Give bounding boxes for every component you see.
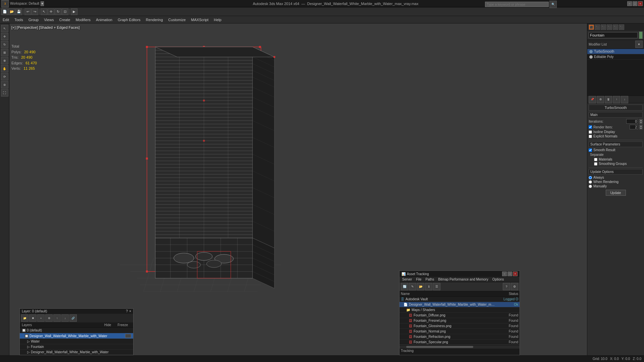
asset-item[interactable]: 🗄 Autodesk Vault Logged O [399, 297, 520, 302]
rotate-tool[interactable]: ↻ [1, 41, 8, 48]
iterations-up-btn[interactable]: ▲ [639, 119, 643, 121]
smooth-result-check[interactable] [589, 148, 592, 152]
viewport[interactable]: [+] [Perspective] [Shaded + Edged Faces]… [9, 23, 587, 362]
asset-menu-server[interactable]: Server [400, 277, 414, 282]
move-button[interactable]: ✛ [48, 8, 54, 15]
asset-item[interactable]: 📁 Maps / Shaders [399, 307, 520, 313]
layer-item[interactable]: 🔲 0 (default) [20, 328, 133, 333]
render-iters-input[interactable] [630, 125, 638, 129]
asset-item[interactable]: 🖼 Fountain_Normal.png Found [399, 329, 520, 334]
when-rendering-radio[interactable] [589, 180, 592, 184]
layer-item[interactable]: ▷ Designer_Wall_Waterfall_White_Marble_w… [20, 350, 133, 355]
asset-help-btn[interactable]: ? [503, 283, 510, 290]
asset-edit-btn[interactable]: ✎ [409, 283, 416, 290]
orbit-tool[interactable]: ⟳ [1, 73, 8, 80]
asset-refresh-btn[interactable]: 🔄 [401, 283, 408, 290]
layer-up-btn[interactable]: ↑ [53, 314, 61, 322]
search-icon[interactable]: 🔍 [549, 1, 557, 8]
new-button[interactable]: 📄 [1, 8, 8, 15]
asset-item[interactable]: 🖼 Fountain_Fresnel.png Found [399, 318, 520, 323]
update-button[interactable]: Update [606, 190, 626, 196]
zoom-tool[interactable]: ⊕ [1, 57, 8, 64]
layer-link-btn[interactable]: 🔗 [69, 314, 77, 322]
layer-close-btn[interactable]: × [129, 309, 131, 313]
asset-menu-file[interactable]: File [414, 277, 423, 282]
mod-down-btn[interactable]: ↓ [621, 96, 628, 103]
layer-item[interactable]: ▷ Fountain [20, 344, 133, 350]
render-iters-up-btn[interactable]: ▲ [639, 125, 643, 127]
layer-item[interactable]: 🔲 Designer_Wall_Waterfall_White_Marble_w… [20, 333, 133, 339]
asset-minimize-btn[interactable]: − [502, 272, 507, 276]
menu-modifiers[interactable]: Modifiers [73, 16, 93, 23]
workspace-dropdown[interactable]: ▼ [41, 1, 44, 6]
menu-customize[interactable]: Customize [166, 16, 189, 23]
menu-edit[interactable]: Edit [0, 16, 12, 23]
pan-tool[interactable]: ✋ [1, 65, 8, 72]
menu-group[interactable]: Group [26, 16, 42, 23]
close-button[interactable]: × [638, 1, 643, 6]
save-button[interactable]: 💾 [15, 8, 22, 15]
rpanel-tab-1[interactable]: ⬛ [589, 24, 594, 30]
layer-add-btn[interactable]: + [37, 314, 45, 322]
open-button[interactable]: 📂 [8, 8, 15, 15]
asset-menu-paths[interactable]: Paths [424, 277, 436, 282]
scale-tool[interactable]: ⊞ [1, 49, 8, 56]
select-button[interactable]: ↖ [41, 8, 47, 15]
explicit-normals-check[interactable] [589, 135, 592, 138]
isoline-check[interactable] [589, 130, 592, 134]
maximize-button[interactable]: □ [633, 1, 637, 6]
mod-delete-btn[interactable]: 🗑 [605, 96, 612, 103]
asset-scrollbar[interactable] [399, 345, 520, 348]
search-input[interactable] [485, 2, 549, 7]
arc-rotate-tool[interactable]: ⊚ [1, 81, 8, 88]
manually-radio[interactable] [589, 185, 592, 188]
asset-menu-bitmap-perf[interactable]: Bitmap Performance and Memory [436, 277, 490, 282]
mod-settings-btn[interactable]: ⚙ [597, 96, 604, 103]
modifier-dropdown[interactable]: ▼ [635, 41, 643, 48]
rotate-button[interactable]: ↻ [55, 8, 61, 15]
undo-button[interactable]: ↩ [24, 8, 31, 15]
layer-help-btn[interactable]: ? [126, 309, 128, 313]
layer-new-btn[interactable]: 📁 [21, 314, 29, 322]
asset-menu-options[interactable]: Options [490, 277, 506, 282]
render-button[interactable]: ▶ [71, 8, 77, 15]
menu-help[interactable]: Help [211, 16, 224, 23]
iterations-down-btn[interactable]: ▼ [639, 121, 643, 124]
layer-down-btn[interactable]: ↓ [61, 314, 69, 322]
materials-check[interactable] [594, 158, 597, 161]
menu-rendering[interactable]: Rendering [143, 16, 166, 23]
mod-up-btn[interactable]: ↑ [613, 96, 620, 103]
scale-button[interactable]: ⊡ [62, 8, 68, 15]
render-iters-check[interactable] [589, 125, 592, 129]
menu-tools[interactable]: Tools [12, 16, 26, 23]
rpanel-tab-4[interactable]: ⬛ [607, 24, 612, 30]
redo-button[interactable]: ↪ [32, 8, 38, 15]
layer-item[interactable]: ▷ Water [20, 339, 133, 344]
asset-maximize-btn[interactable]: □ [507, 272, 512, 276]
rpanel-tab-3[interactable]: ⬛ [601, 24, 606, 30]
asset-item[interactable]: 📄 Designer_Wall_Waterfall_White_Marble_w… [399, 302, 520, 307]
rpanel-tab-2[interactable]: ⬛ [595, 24, 600, 30]
maximize-tool[interactable]: ⛶ [1, 89, 8, 97]
select-tool[interactable]: ↖ [1, 25, 8, 32]
render-iters-down-btn[interactable]: ▼ [639, 127, 643, 129]
menu-views[interactable]: Views [41, 16, 56, 23]
menu-create[interactable]: Create [56, 16, 73, 23]
object-color-swatch[interactable] [639, 32, 643, 39]
modifier-item-editable-poly[interactable]: Editable Poly [587, 54, 644, 60]
asset-folder-btn[interactable]: 📂 [417, 283, 424, 290]
asset-item[interactable]: 🖼 Fountain_Diffuse.png Found [399, 313, 520, 318]
menu-animation[interactable]: Animation [93, 16, 115, 23]
smoothing-groups-check[interactable] [594, 162, 597, 166]
iterations-input[interactable] [626, 119, 638, 124]
asset-close-btn[interactable]: × [513, 272, 518, 276]
minimize-button[interactable]: − [627, 1, 632, 6]
modifier-item-turbosmooth[interactable]: TurboSmooth [587, 49, 644, 54]
asset-title-bar[interactable]: 📊 Asset Tracking − □ × [399, 271, 520, 277]
move-tool[interactable]: ✛ [1, 33, 8, 40]
asset-list-btn[interactable]: ☰ [433, 283, 440, 290]
always-radio[interactable] [589, 176, 592, 179]
mod-pin-btn[interactable]: 📌 [589, 96, 596, 103]
rpanel-tab-6[interactable]: ⬛ [619, 24, 624, 30]
layer-settings-btn[interactable]: ⚙ [45, 314, 53, 322]
